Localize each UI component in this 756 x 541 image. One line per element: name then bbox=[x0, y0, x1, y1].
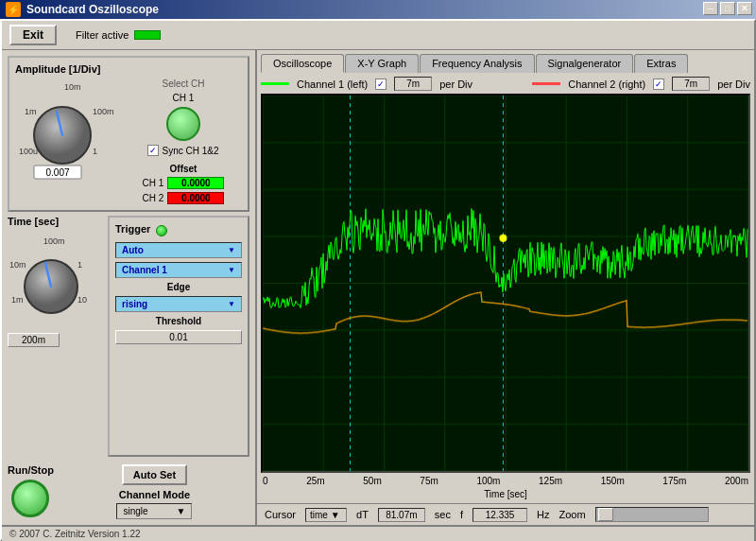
x-label-100m: 100m bbox=[476, 476, 500, 486]
ch2-offset-label: CH 2 bbox=[143, 193, 164, 203]
ch1-offset-input[interactable] bbox=[167, 177, 224, 189]
trigger-header: Trigger bbox=[115, 223, 242, 238]
amplitude-title: Amplitude [1/Div] bbox=[15, 63, 242, 75]
x-axis-title: Time [sec] bbox=[261, 489, 750, 499]
x-label-200m: 200m bbox=[725, 476, 748, 486]
time-title: Time [sec] bbox=[8, 216, 102, 227]
tab-xy-graph[interactable]: X-Y Graph bbox=[345, 54, 419, 73]
tabs-bar: Oscilloscope X-Y Graph Frequency Analysi… bbox=[257, 50, 754, 73]
cursor-type-dropdown[interactable]: time ▼ bbox=[305, 508, 347, 522]
x-label-175m: 175m bbox=[662, 476, 686, 486]
trigger-edge-arrow: ▼ bbox=[228, 300, 235, 308]
cursor-bar: Cursor time ▼ dT sec f Hz Zoom bbox=[257, 503, 754, 525]
amplitude-knob[interactable]: 10m 100m 1 100u 1m bbox=[15, 79, 119, 183]
trigger-section: Trigger Auto ▼ Channel 1 ▼ Edge bbox=[108, 216, 249, 457]
svg-text:1m: 1m bbox=[11, 295, 24, 305]
zoom-slider[interactable] bbox=[595, 507, 709, 522]
run-stop-label: Run/Stop bbox=[8, 464, 54, 476]
trigger-edge-value: rising bbox=[122, 299, 147, 309]
tab-frequency-analysis[interactable]: Frequency Analysis bbox=[420, 54, 534, 73]
window-icon: ⚡ bbox=[6, 2, 21, 17]
svg-text:10: 10 bbox=[77, 295, 87, 305]
top-bar: Exit Filter active bbox=[2, 21, 754, 50]
auto-set-button[interactable]: Auto Set bbox=[122, 464, 187, 485]
ch1-offset-label: CH 1 bbox=[143, 178, 164, 188]
scope-display bbox=[261, 94, 750, 473]
trigger-edge-dropdown[interactable]: rising ▼ bbox=[115, 296, 242, 312]
ch1-checkbox[interactable] bbox=[375, 79, 387, 90]
window-controls: ─ □ ✕ bbox=[703, 2, 752, 15]
f-unit: Hz bbox=[537, 509, 549, 520]
zoom-label: Zoom bbox=[559, 509, 586, 520]
ch2-per-div-input[interactable] bbox=[672, 77, 710, 91]
channel-bar: Channel 1 (left) per Div Channel 2 (righ… bbox=[261, 77, 750, 91]
x-label-50m: 50m bbox=[363, 476, 381, 486]
tab-oscilloscope[interactable]: Oscilloscope bbox=[261, 54, 344, 73]
edge-label: Edge bbox=[115, 282, 242, 292]
dt-label: dT bbox=[356, 509, 369, 520]
ch1-per-div-label: per Div bbox=[439, 79, 472, 90]
scope-container: Channel 1 (left) per Div Channel 2 (righ… bbox=[257, 73, 754, 503]
status-text: © 2007 C. Zeitnitz Version 1.22 bbox=[9, 529, 141, 539]
select-ch-label: Select CH bbox=[162, 79, 204, 89]
ch2-offset-row: CH 2 bbox=[143, 192, 225, 204]
offset-area: Offset CH 1 CH 2 bbox=[143, 164, 225, 204]
trigger-mode-value: Auto bbox=[122, 245, 144, 255]
threshold-label: Threshold bbox=[115, 316, 242, 326]
filter-active-area: Filter active bbox=[76, 29, 161, 41]
right-panel: Oscilloscope X-Y Graph Frequency Analysi… bbox=[257, 50, 754, 525]
bottom-section: Run/Stop Auto Set Channel Mode single ▼ bbox=[8, 464, 249, 519]
ch1-per-div-input[interactable] bbox=[394, 77, 432, 91]
x-label-125m: 125m bbox=[539, 476, 562, 486]
trigger-title: Trigger bbox=[115, 223, 150, 235]
svg-text:100m: 100m bbox=[93, 107, 114, 116]
ch2-offset-input[interactable] bbox=[167, 192, 224, 204]
close-button[interactable]: ✕ bbox=[737, 2, 752, 15]
time-knob[interactable]: 100m 1 10 10m 1m bbox=[8, 235, 102, 329]
minimize-button[interactable]: ─ bbox=[703, 2, 718, 15]
zoom-handle[interactable] bbox=[598, 508, 613, 521]
trigger-channel-arrow: ▼ bbox=[228, 266, 235, 274]
threshold-input[interactable] bbox=[115, 330, 242, 344]
tab-extras[interactable]: Extras bbox=[634, 54, 688, 73]
trigger-mode-arrow: ▼ bbox=[228, 246, 235, 254]
svg-text:10m: 10m bbox=[64, 82, 81, 92]
sync-check[interactable]: Sync CH 1&2 bbox=[147, 145, 218, 156]
x-label-150m: 150m bbox=[601, 476, 625, 486]
content-area: Amplitude [1/Div] 10m 100m 1 100u 1m bbox=[2, 50, 754, 525]
time-section: Time [sec] 100m 1 10 10m 1m bbox=[8, 216, 102, 457]
x-label-25m: 25m bbox=[306, 476, 324, 486]
svg-text:1: 1 bbox=[93, 147, 97, 156]
channel-mode-dropdown[interactable]: single ▼ bbox=[116, 503, 192, 519]
ch1-button[interactable] bbox=[166, 107, 200, 141]
ch1-channel-label: Channel 1 (left) bbox=[297, 79, 368, 90]
ch2-per-div-label: per Div bbox=[717, 79, 750, 90]
filter-active-label: Filter active bbox=[76, 29, 129, 41]
middle-section: Time [sec] 100m 1 10 10m 1m bbox=[8, 216, 249, 457]
trigger-led bbox=[156, 225, 167, 236]
svg-text:100u: 100u bbox=[19, 147, 38, 156]
run-stop-button[interactable] bbox=[11, 480, 49, 517]
f-value-input[interactable] bbox=[472, 508, 527, 522]
run-stop-section: Run/Stop bbox=[8, 464, 54, 517]
ch2-checkbox[interactable] bbox=[653, 79, 664, 90]
trigger-mode-dropdown[interactable]: Auto ▼ bbox=[115, 242, 242, 258]
exit-button[interactable]: Exit bbox=[9, 25, 57, 45]
maximize-button[interactable]: □ bbox=[720, 2, 735, 15]
time-value-input[interactable] bbox=[8, 333, 60, 347]
scope-canvas bbox=[263, 96, 748, 471]
ch2-line-indicator bbox=[532, 82, 560, 85]
sync-label: Sync CH 1&2 bbox=[162, 146, 218, 156]
channel-mode-label: Channel Mode bbox=[119, 489, 190, 500]
main-window: Exit Filter active Amplitude [1/Div] 10m… bbox=[0, 19, 756, 541]
f-label: f bbox=[460, 509, 463, 520]
sync-checkbox[interactable] bbox=[147, 145, 159, 156]
cursor-type-value: time bbox=[310, 510, 328, 520]
filter-active-led bbox=[134, 30, 161, 40]
tab-signalgenerator[interactable]: Signalgenerator bbox=[536, 54, 634, 73]
status-bar: © 2007 C. Zeitnitz Version 1.22 bbox=[2, 525, 754, 541]
window-title: Soundcard Oszilloscope bbox=[26, 3, 159, 16]
trigger-channel-dropdown[interactable]: Channel 1 ▼ bbox=[115, 262, 242, 278]
dt-value-input[interactable] bbox=[378, 508, 425, 522]
cursor-label: Cursor bbox=[265, 509, 296, 520]
